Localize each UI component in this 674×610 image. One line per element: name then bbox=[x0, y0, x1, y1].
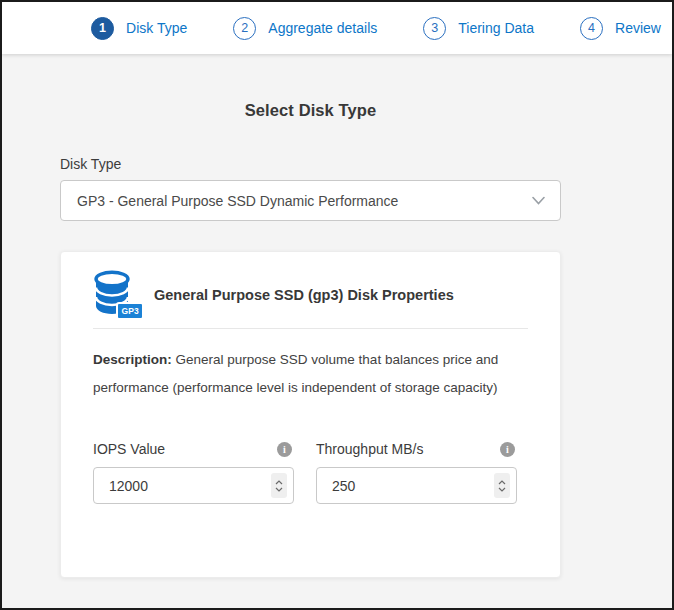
step-3-label: Tiering Data bbox=[458, 20, 534, 36]
disk-properties-card: GP3 General Purpose SSD (gp3) Disk Prope… bbox=[60, 251, 561, 578]
throughput-stepper[interactable] bbox=[494, 473, 510, 498]
step-1-label: Disk Type bbox=[126, 20, 187, 36]
iops-input[interactable] bbox=[96, 471, 236, 501]
description-label: Description: bbox=[93, 352, 172, 367]
gp3-badge: GP3 bbox=[116, 302, 144, 321]
throughput-input-box bbox=[316, 467, 517, 504]
step-4-label: Review bbox=[615, 20, 661, 36]
step-review[interactable]: 4 Review bbox=[580, 17, 661, 40]
step-4-circle: 4 bbox=[580, 17, 603, 40]
iops-field: IOPS Value i bbox=[93, 441, 294, 504]
step-3-circle: 3 bbox=[423, 17, 446, 40]
iops-stepper[interactable] bbox=[271, 473, 287, 498]
step-disk-type[interactable]: 1 Disk Type bbox=[91, 17, 187, 40]
iops-input-box bbox=[93, 467, 294, 504]
throughput-info-icon[interactable]: i bbox=[500, 442, 515, 457]
step-2-circle: 2 bbox=[233, 17, 256, 40]
stepper-up-icon bbox=[275, 480, 283, 485]
throughput-input[interactable] bbox=[319, 471, 459, 501]
step-2-label: Aggregate details bbox=[268, 20, 377, 36]
wizard-window: 1 Disk Type 2 Aggregate details 3 Tierin… bbox=[0, 0, 674, 610]
chevron-down-icon bbox=[532, 196, 545, 205]
stepper-up-icon bbox=[498, 480, 506, 485]
step-aggregate-details[interactable]: 2 Aggregate details bbox=[233, 17, 377, 40]
throughput-label: Throughput MB/s bbox=[316, 441, 423, 457]
disk-description: Description: General purpose SSD volume … bbox=[93, 346, 528, 402]
card-header: GP3 General Purpose SSD (gp3) Disk Prope… bbox=[93, 270, 528, 319]
page-title: Select Disk Type bbox=[60, 54, 561, 120]
stepper-down-icon bbox=[275, 487, 283, 492]
throughput-field: Throughput MB/s i bbox=[316, 441, 517, 504]
iops-label: IOPS Value bbox=[93, 441, 165, 457]
disk-type-selected-value: GP3 - General Purpose SSD Dynamic Perfor… bbox=[77, 193, 398, 209]
stepper-down-icon bbox=[498, 487, 506, 492]
card-title: General Purpose SSD (gp3) Disk Propertie… bbox=[154, 287, 454, 303]
disk-type-select[interactable]: GP3 - General Purpose SSD Dynamic Perfor… bbox=[60, 180, 561, 221]
step-1-circle: 1 bbox=[91, 17, 114, 40]
card-divider bbox=[93, 328, 528, 329]
wizard-stepper: 1 Disk Type 2 Aggregate details 3 Tierin… bbox=[2, 2, 672, 54]
step-tiering-data[interactable]: 3 Tiering Data bbox=[423, 17, 534, 40]
gp3-disk-icon: GP3 bbox=[93, 270, 137, 319]
performance-fields: IOPS Value i bbox=[93, 441, 528, 504]
iops-info-icon[interactable]: i bbox=[277, 442, 292, 457]
disk-type-label: Disk Type bbox=[60, 156, 561, 172]
main-content: Select Disk Type Disk Type GP3 - General… bbox=[60, 54, 561, 578]
